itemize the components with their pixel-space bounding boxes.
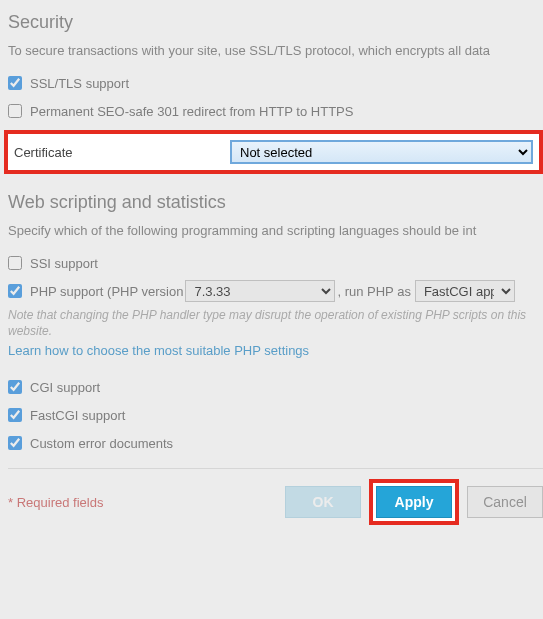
php-label: PHP support (PHP version	[30, 284, 183, 299]
custom-error-label: Custom error documents	[30, 436, 173, 451]
custom-error-checkbox[interactable]	[8, 436, 22, 450]
php-note: Note that changing the PHP handler type …	[8, 308, 543, 339]
security-desc: To secure transactions with your site, u…	[8, 43, 543, 58]
ssi-label: SSI support	[30, 256, 98, 271]
ssl-tls-label: SSL/TLS support	[30, 76, 129, 91]
cgi-checkbox[interactable]	[8, 380, 22, 394]
redirect-label: Permanent SEO-safe 301 redirect from HTT…	[30, 104, 353, 119]
php-settings-link[interactable]: Learn how to choose the most suitable PH…	[8, 343, 309, 358]
divider	[8, 468, 543, 469]
redirect-checkbox[interactable]	[8, 104, 22, 118]
ssl-tls-checkbox[interactable]	[8, 76, 22, 90]
scripting-desc: Specify which of the following programmi…	[8, 223, 543, 238]
apply-button-highlight: Apply	[369, 479, 459, 525]
certificate-label: Certificate	[14, 145, 230, 160]
certificate-row-highlight: Certificate Not selected	[4, 130, 543, 174]
ok-button[interactable]: OK	[285, 486, 361, 518]
apply-button[interactable]: Apply	[376, 486, 452, 518]
php-handler-select[interactable]: FastCGI applic	[415, 280, 515, 302]
scripting-heading: Web scripting and statistics	[8, 192, 543, 213]
ssi-checkbox[interactable]	[8, 256, 22, 270]
fastcgi-label: FastCGI support	[30, 408, 125, 423]
php-run-as-label: , run PHP as	[337, 284, 410, 299]
php-checkbox[interactable]	[8, 284, 22, 298]
required-fields-label: * Required fields	[8, 495, 103, 510]
cancel-button[interactable]: Cancel	[467, 486, 543, 518]
cgi-label: CGI support	[30, 380, 100, 395]
php-version-select[interactable]: 7.3.33	[185, 280, 335, 302]
fastcgi-checkbox[interactable]	[8, 408, 22, 422]
security-heading: Security	[8, 12, 543, 33]
certificate-select[interactable]: Not selected	[230, 140, 533, 164]
